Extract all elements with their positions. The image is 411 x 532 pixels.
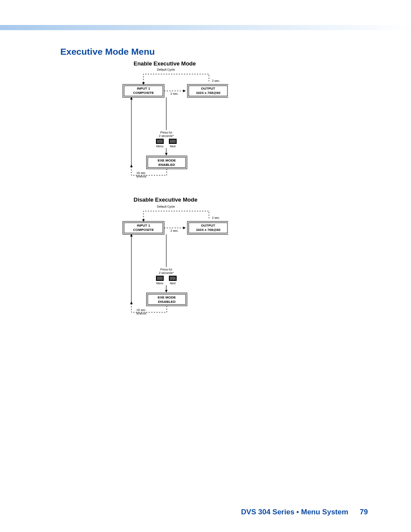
input-line1: INPUT 1: [137, 87, 150, 90]
exe-line2: DISABLED: [158, 300, 176, 304]
output-line2: 1024 x 768@60: [196, 228, 221, 232]
input-line2: COMPOSITE: [133, 228, 154, 232]
page-footer: DVS 304 Series • Menu System 79: [241, 508, 368, 516]
output-line1: OUTPUT: [201, 87, 215, 90]
timeout-line1: 10 sec.: [137, 308, 146, 311]
press-line1: Press for: [160, 268, 173, 271]
svg-rect-10: [170, 140, 176, 143]
timeout-line1: 10 sec.: [137, 171, 146, 174]
svg-text:Menu: Menu: [156, 145, 164, 148]
output-line2: 1024 x 768@60: [196, 91, 221, 95]
menu-button-icon: Menu: [156, 139, 164, 148]
press-line2: 2 seconds*: [159, 271, 174, 274]
two-sec-top: 2 sec.: [212, 216, 220, 219]
next-button-icon: Next: [169, 139, 177, 148]
exe-line1: EXE MODE: [158, 296, 176, 299]
subheading-disable: Disable Executive Mode: [134, 196, 197, 203]
svg-rect-21: [157, 277, 163, 280]
svg-text:Next: Next: [170, 145, 176, 148]
menu-button-icon: Menu: [156, 276, 164, 285]
svg-text:Next: Next: [170, 282, 176, 285]
two-sec-mid: 2 sec.: [171, 92, 179, 95]
diagram-disable: Default Cycle 2 sec. INPUT 1 COMPOSITE O…: [116, 202, 228, 323]
page-top-stripe: [0, 25, 411, 30]
output-line1: OUTPUT: [201, 224, 215, 227]
press-line1: Press for: [160, 131, 173, 134]
input-line2: COMPOSITE: [133, 91, 154, 95]
svg-rect-7: [157, 140, 163, 143]
two-sec-top: 2 sec.: [212, 79, 220, 82]
two-sec-mid: 2 sec.: [171, 229, 179, 232]
svg-rect-24: [170, 277, 176, 280]
page-number: 79: [360, 508, 368, 516]
input-line1: INPUT 1: [137, 224, 150, 227]
exe-line1: EXE MODE: [158, 159, 176, 162]
diagram-enable: Default Cycle 2 sec. INPUT 1 COMPOSITE O…: [116, 65, 228, 186]
default-cycle-label: Default Cycle: [157, 205, 175, 208]
timeout-line2: timeout: [137, 175, 146, 178]
section-heading: Executive Mode Menu: [60, 47, 155, 57]
timeout-line2: timeout: [137, 312, 146, 315]
footer-title: DVS 304 Series • Menu System: [241, 508, 349, 516]
svg-text:Menu: Menu: [156, 282, 164, 285]
exe-line2: ENABLED: [159, 163, 175, 167]
next-button-icon: Next: [169, 276, 177, 285]
default-cycle-label: Default Cycle: [157, 68, 175, 72]
page: Executive Mode Menu Enable Executive Mod…: [0, 0, 411, 532]
press-line2: 2 seconds*: [159, 134, 174, 137]
